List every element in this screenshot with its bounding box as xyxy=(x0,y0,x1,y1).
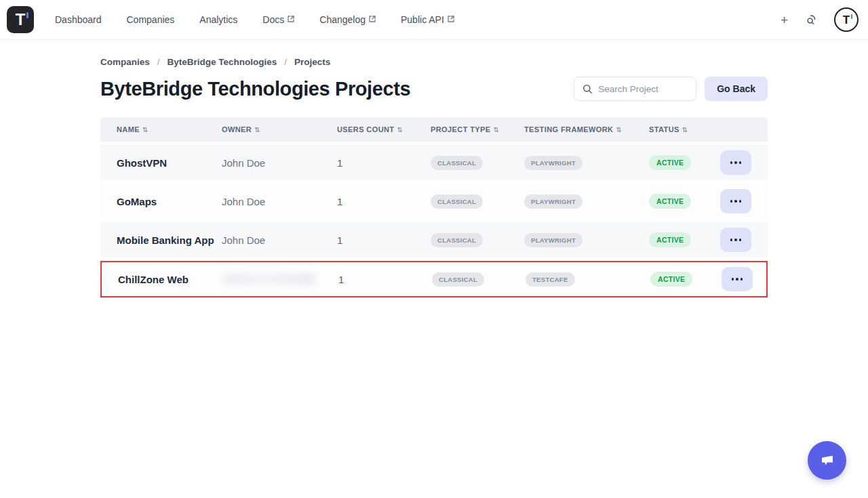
users-count-cell: 1 xyxy=(338,274,432,285)
breadcrumb-separator: / xyxy=(284,57,287,67)
column-header-users-count[interactable]: Users count ⇅ xyxy=(337,125,431,133)
avatar-tick-icon xyxy=(851,14,853,19)
actions-cell xyxy=(720,228,768,252)
topbar-right: + T xyxy=(781,7,859,32)
row-actions-button[interactable] xyxy=(722,267,753,291)
external-link-icon xyxy=(288,16,294,22)
project-name-link[interactable]: ChillZone Web xyxy=(102,274,223,285)
column-header-testing-framework[interactable]: Testing framework ⇅ xyxy=(524,125,649,133)
table-row-chillzone-web: ChillZone Web 1 Classical Testcafe Activ… xyxy=(100,261,768,297)
ellipsis-icon xyxy=(730,161,733,164)
actions-cell xyxy=(720,189,768,213)
column-header-status[interactable]: Status ⇅ xyxy=(649,125,720,133)
search-icon[interactable] xyxy=(804,13,818,26)
testing-framework-cell: Playwright xyxy=(524,194,649,209)
table-row-mobile-banking-app: Mobile Banking App John Doe 1 Classical … xyxy=(100,222,768,257)
nav-item-public-api[interactable]: Public API xyxy=(401,14,454,25)
project-type-badge: Classical xyxy=(431,233,483,247)
nav-item-dashboard[interactable]: Dashboard xyxy=(55,14,102,25)
status-cell: Active xyxy=(650,272,722,287)
nav-item-companies[interactable]: Companies xyxy=(127,14,175,25)
testing-framework-cell: Playwright xyxy=(524,156,649,170)
status-badge: Active xyxy=(649,232,691,247)
breadcrumb-item-companies[interactable]: Companies xyxy=(100,57,150,67)
plus-icon[interactable]: + xyxy=(781,14,788,26)
table-row-gomaps: GoMaps John Doe 1 Classical Playwright A… xyxy=(100,184,768,219)
actions-cell xyxy=(722,267,769,291)
testing-framework-badge: Testcafe xyxy=(526,272,575,287)
sort-icon: ⇅ xyxy=(142,126,149,133)
project-name-link[interactable]: GhostVPN xyxy=(100,157,222,169)
ellipsis-icon xyxy=(732,278,734,281)
breadcrumb-item-projects: Projects xyxy=(294,57,330,67)
sort-icon: ⇅ xyxy=(494,126,500,133)
sort-icon: ⇅ xyxy=(254,126,260,133)
chat-bubble-icon xyxy=(817,451,837,471)
owner-cell xyxy=(223,273,338,285)
project-type-badge: Classical xyxy=(431,156,483,170)
status-badge: Active xyxy=(649,194,691,209)
ellipsis-icon xyxy=(730,238,733,241)
external-link-icon xyxy=(369,16,376,22)
app-logo[interactable]: T xyxy=(7,6,34,33)
row-actions-button[interactable] xyxy=(720,189,751,213)
title-row: ByteBridge Technologies Projects Go Back xyxy=(100,77,768,101)
main-nav: Dashboard Companies Analytics Docs Chang… xyxy=(55,14,781,25)
table-header: Name ⇅ Owner ⇅ Users count ⇅ Project typ… xyxy=(100,117,768,142)
ellipsis-icon xyxy=(730,200,733,203)
testing-framework-cell: Playwright xyxy=(524,233,649,247)
sort-icon: ⇅ xyxy=(397,126,403,133)
status-badge: Active xyxy=(649,155,691,170)
avatar-t-icon: T xyxy=(843,14,850,26)
actions-cell xyxy=(720,150,768,175)
breadcrumb: Companies/ByteBridge Technologies/Projec… xyxy=(100,57,768,67)
status-cell: Active xyxy=(649,232,720,247)
magnifier-icon xyxy=(583,84,593,94)
go-back-button[interactable]: Go Back xyxy=(705,77,768,101)
chat-widget-button[interactable] xyxy=(808,441,846,480)
owner-cell: John Doe xyxy=(222,234,337,246)
users-count-cell: 1 xyxy=(337,157,431,169)
project-type-badge: Classical xyxy=(432,272,484,287)
column-header-name[interactable]: Name ⇅ xyxy=(100,125,222,133)
table-body: GhostVPN John Doe 1 Classical Playwright… xyxy=(100,145,768,297)
column-header-project-type[interactable]: Project type ⇅ xyxy=(431,125,524,133)
search-box xyxy=(574,77,696,101)
title-controls: Go Back xyxy=(574,77,768,101)
row-actions-button[interactable] xyxy=(720,228,751,252)
project-name-link[interactable]: Mobile Banking App xyxy=(100,234,222,246)
nav-item-changelog[interactable]: Changelog xyxy=(319,14,376,25)
nav-item-docs[interactable]: Docs xyxy=(262,14,294,25)
logo-tick-icon xyxy=(26,12,28,18)
breadcrumb-item-bytebridge-technologies[interactable]: ByteBridge Technologies xyxy=(167,57,277,67)
logo-t-icon: T xyxy=(16,12,26,28)
project-type-cell: Classical xyxy=(431,233,524,247)
table-row-ghostvpn: GhostVPN John Doe 1 Classical Playwright… xyxy=(100,145,768,180)
owner-cell: John Doe xyxy=(222,157,337,169)
main-content: Companies/ByteBridge Technologies/Projec… xyxy=(100,57,768,297)
sort-icon: ⇅ xyxy=(682,126,688,133)
external-link-icon xyxy=(448,16,454,22)
user-avatar[interactable]: T xyxy=(834,7,859,32)
projects-table: Name ⇅ Owner ⇅ Users count ⇅ Project typ… xyxy=(100,117,768,297)
row-actions-button[interactable] xyxy=(720,150,751,175)
column-header-owner[interactable]: Owner ⇅ xyxy=(222,125,337,133)
breadcrumb-separator: / xyxy=(157,57,160,67)
nav-item-analytics[interactable]: Analytics xyxy=(199,14,237,25)
owner-cell: John Doe xyxy=(222,196,337,207)
redacted-owner xyxy=(223,273,315,285)
project-type-cell: Classical xyxy=(431,156,524,170)
users-count-cell: 1 xyxy=(337,196,431,207)
testing-framework-cell: Testcafe xyxy=(526,272,650,287)
topbar: T Dashboard Companies Analytics Docs Cha… xyxy=(0,0,868,40)
status-badge: Active xyxy=(650,272,692,287)
project-type-cell: Classical xyxy=(431,194,524,209)
project-type-cell: Classical xyxy=(432,272,526,287)
testing-framework-badge: Playwright xyxy=(524,233,583,247)
project-name-link[interactable]: GoMaps xyxy=(100,196,222,207)
testing-framework-badge: Playwright xyxy=(524,194,583,209)
search-input[interactable] xyxy=(598,84,689,94)
status-cell: Active xyxy=(649,194,720,209)
testing-framework-badge: Playwright xyxy=(524,156,583,170)
sort-icon: ⇅ xyxy=(616,126,622,133)
